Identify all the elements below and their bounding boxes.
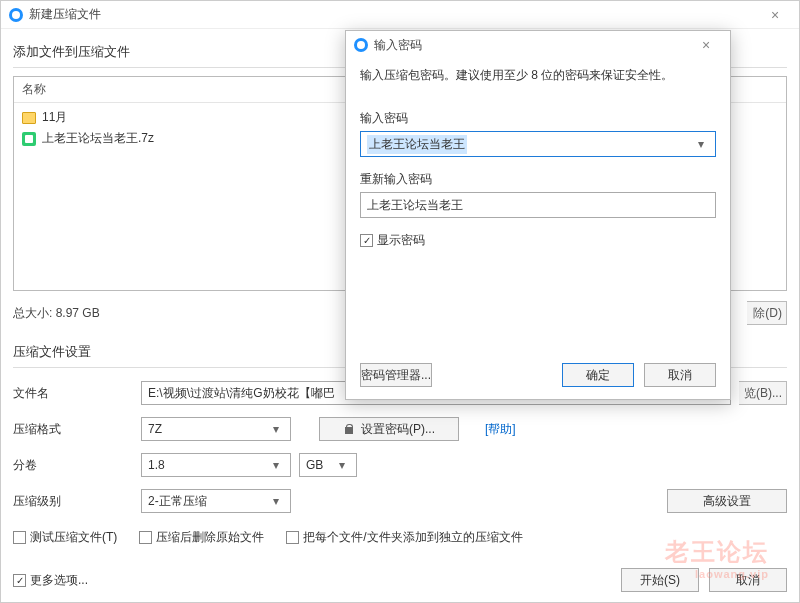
window-title: 新建压缩文件 — [29, 6, 759, 23]
bottom-bar: ✓ 更多选项... 开始(S) 取消 — [13, 568, 787, 592]
checkbox-box — [286, 531, 299, 544]
advanced-settings-button[interactable]: 高级设置 — [667, 489, 787, 513]
dialog-footer: 密码管理器... 确定 取消 — [360, 363, 716, 387]
filename-label: 文件名 — [13, 385, 133, 402]
total-size-label: 总大小: 8.97 GB — [13, 305, 100, 322]
more-options-label: 更多选项... — [30, 572, 88, 589]
separate-archives-label: 把每个文件/文件夹添加到独立的压缩文件 — [303, 529, 522, 546]
separate-archives-checkbox[interactable]: 把每个文件/文件夹添加到独立的压缩文件 — [286, 529, 522, 546]
chevron-down-icon[interactable]: ▾ — [693, 137, 709, 151]
filename-value: E:\视频\过渡站\清纯G奶校花【嘟巴 — [148, 385, 335, 402]
chevron-down-icon: ▾ — [268, 494, 284, 508]
format-label: 压缩格式 — [13, 421, 133, 438]
start-button[interactable]: 开始(S) — [621, 568, 699, 592]
split-size-input[interactable]: 1.8 ▾ — [141, 453, 291, 477]
split-value: 1.8 — [148, 458, 165, 472]
password-confirm-label: 重新输入密码 — [360, 171, 716, 188]
file-name: 11月 — [42, 109, 67, 126]
ok-button[interactable]: 确定 — [562, 363, 634, 387]
split-unit-value: GB — [306, 458, 323, 472]
show-password-label: 显示密码 — [377, 232, 425, 249]
row-format: 压缩格式 7Z ▾ 设置密码(P)... [帮助] — [13, 412, 787, 446]
delete-after-checkbox[interactable]: 压缩后删除原始文件 — [139, 529, 264, 546]
password-manager-button[interactable]: 密码管理器... — [360, 363, 432, 387]
password-dialog: 输入密码 × 输入压缩包密码。建议使用至少 8 位的密码来保证安全性。 输入密码… — [345, 30, 731, 400]
checkbox-box — [13, 531, 26, 544]
close-icon[interactable]: × — [759, 7, 791, 23]
compression-level-select[interactable]: 2-正常压缩 ▾ — [141, 489, 291, 513]
delete-after-label: 压缩后删除原始文件 — [156, 529, 264, 546]
remove-button[interactable]: 除(D) — [747, 301, 787, 325]
dialog-body: 输入压缩包密码。建议使用至少 8 位的密码来保证安全性。 输入密码 上老王论坛当… — [346, 59, 730, 263]
format-value: 7Z — [148, 422, 162, 436]
cancel-button[interactable]: 取消 — [644, 363, 716, 387]
help-link[interactable]: [帮助] — [485, 421, 516, 438]
chevron-down-icon: ▾ — [334, 458, 350, 472]
row-level: 压缩级别 2-正常压缩 ▾ 高级设置 — [13, 484, 787, 518]
level-value: 2-正常压缩 — [148, 493, 207, 510]
lock-icon — [343, 423, 355, 435]
more-options-toggle[interactable]: ✓ 更多选项... — [13, 572, 88, 589]
main-titlebar: 新建压缩文件 × — [1, 1, 799, 29]
folder-icon — [22, 112, 36, 124]
checkbox-box: ✓ — [360, 234, 373, 247]
chevron-down-icon: ▾ — [268, 458, 284, 472]
password-value: 上老王论坛当老王 — [367, 135, 467, 154]
cancel-button[interactable]: 取消 — [709, 568, 787, 592]
archive-icon — [22, 132, 36, 146]
test-archive-label: 测试压缩文件(T) — [30, 529, 117, 546]
app-icon — [9, 8, 23, 22]
format-select[interactable]: 7Z ▾ — [141, 417, 291, 441]
split-label: 分卷 — [13, 457, 133, 474]
test-archive-checkbox[interactable]: 测试压缩文件(T) — [13, 529, 117, 546]
chevron-down-icon: ▾ — [268, 422, 284, 436]
set-password-button[interactable]: 设置密码(P)... — [319, 417, 459, 441]
close-icon[interactable]: × — [690, 37, 722, 53]
password-input[interactable]: 上老王论坛当老王 ▾ — [360, 131, 716, 157]
level-label: 压缩级别 — [13, 493, 133, 510]
app-icon — [354, 38, 368, 52]
dialog-title: 输入密码 — [374, 37, 690, 54]
set-password-label: 设置密码(P)... — [361, 421, 435, 438]
checkbox-box — [139, 531, 152, 544]
checkbox-box: ✓ — [13, 574, 26, 587]
browse-button[interactable]: 览(B)... — [739, 381, 787, 405]
dialog-titlebar: 输入密码 × — [346, 31, 730, 59]
password-confirm-value: 上老王论坛当老王 — [367, 197, 463, 214]
row-split: 分卷 1.8 ▾ GB ▾ — [13, 448, 787, 482]
row-checkboxes: 测试压缩文件(T) 压缩后删除原始文件 把每个文件/文件夹添加到独立的压缩文件 — [13, 520, 787, 554]
password-confirm-input[interactable]: 上老王论坛当老王 — [360, 192, 716, 218]
file-name: 上老王论坛当老王.7z — [42, 130, 154, 147]
show-password-checkbox[interactable]: ✓ 显示密码 — [360, 232, 425, 249]
password-label: 输入密码 — [360, 110, 716, 127]
password-hint: 输入压缩包密码。建议使用至少 8 位的密码来保证安全性。 — [360, 67, 716, 84]
split-unit-select[interactable]: GB ▾ — [299, 453, 357, 477]
